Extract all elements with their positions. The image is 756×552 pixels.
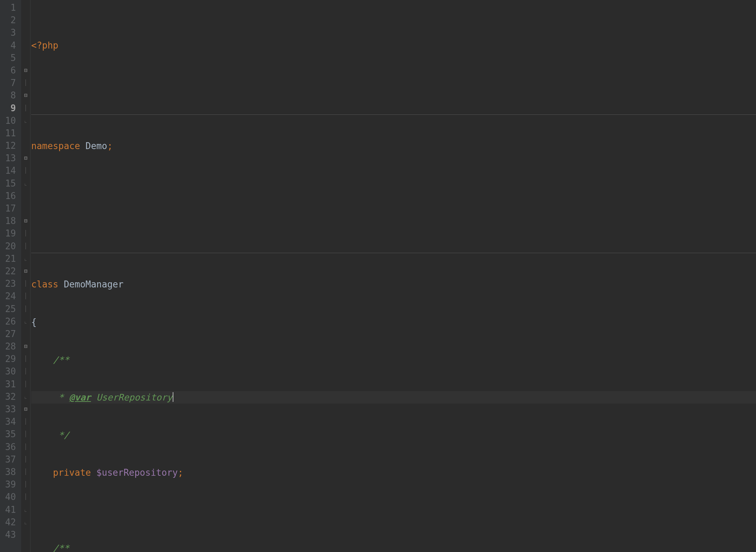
line-number[interactable]: 37 xyxy=(0,453,16,466)
fold-guide-icon: │ xyxy=(24,441,27,453)
code-line[interactable]: private $userRepository; xyxy=(31,466,756,479)
fold-guide-icon: │ xyxy=(24,378,27,390)
text-caret xyxy=(173,392,173,402)
fold-guide-icon: │ xyxy=(24,164,27,177)
line-number[interactable]: 12 xyxy=(0,139,16,152)
line-number[interactable]: 43 xyxy=(0,528,16,541)
line-number[interactable]: 39 xyxy=(0,478,16,491)
fold-guide-icon: │ xyxy=(24,478,27,491)
line-number[interactable]: 17 xyxy=(0,202,16,215)
line-number[interactable]: 7 xyxy=(0,77,16,89)
code-line[interactable] xyxy=(31,178,756,190)
line-number[interactable]: 1 xyxy=(0,1,16,14)
line-number[interactable]: 3 xyxy=(0,26,16,39)
line-number[interactable]: 41 xyxy=(0,503,16,516)
line-number[interactable]: 18 xyxy=(0,215,16,227)
fold-guide-icon: │ xyxy=(24,240,27,252)
line-number[interactable]: 32 xyxy=(0,390,16,403)
line-number[interactable]: 35 xyxy=(0,428,16,440)
line-number[interactable]: 29 xyxy=(0,353,16,365)
editor-viewport[interactable]: <?php namespace Demo; class DemoManager … xyxy=(31,0,756,552)
code-line[interactable]: class DemoManager xyxy=(31,278,756,291)
fold-guide-icon: │ xyxy=(24,491,27,503)
code-line[interactable]: /** xyxy=(31,354,756,366)
method-separator xyxy=(31,114,756,115)
line-number[interactable]: 36 xyxy=(0,441,16,453)
fold-end-icon: ⌞ xyxy=(24,516,27,528)
line-number[interactable]: 20 xyxy=(0,240,16,252)
line-number-gutter[interactable]: 1234567891011121314151617181920212223242… xyxy=(0,0,21,552)
fold-guide-icon: │ xyxy=(24,428,27,440)
fold-toggle-icon[interactable]: ⊟ xyxy=(24,403,27,415)
fold-gutter[interactable]: ⊟│⊟│⌞⊟│⌞⊟││⌞⊟│││⌞⊟│││⌞⊟│││││││⌞⌞ xyxy=(21,0,31,552)
code-editor: 1234567891011121314151617181920212223242… xyxy=(0,0,756,552)
line-number[interactable]: 5 xyxy=(0,52,16,64)
fold-toggle-icon[interactable]: ⊟ xyxy=(24,215,27,227)
line-number[interactable]: 4 xyxy=(0,39,16,52)
line-number[interactable]: 21 xyxy=(0,252,16,265)
code-line[interactable]: */ xyxy=(31,429,756,441)
fold-guide-icon: │ xyxy=(24,466,27,478)
line-number[interactable]: 14 xyxy=(0,164,16,177)
line-number[interactable]: 9 xyxy=(0,102,16,114)
line-number[interactable]: 26 xyxy=(0,315,16,328)
fold-toggle-icon[interactable]: ⊟ xyxy=(24,340,27,353)
fold-end-icon: ⌞ xyxy=(24,390,27,403)
fold-end-icon: ⌞ xyxy=(24,114,27,127)
fold-guide-icon: │ xyxy=(24,415,27,428)
line-number[interactable]: 16 xyxy=(0,190,16,202)
fold-guide-icon: │ xyxy=(24,453,27,466)
fold-end-icon: ⌞ xyxy=(24,503,27,516)
line-number[interactable]: 2 xyxy=(0,14,16,26)
fold-guide-icon: │ xyxy=(24,77,27,89)
line-number[interactable]: 27 xyxy=(0,328,16,340)
line-number[interactable]: 24 xyxy=(0,290,16,302)
php-open-tag: <?php xyxy=(31,40,58,51)
line-number[interactable]: 28 xyxy=(0,340,16,353)
fold-guide-icon: │ xyxy=(24,227,27,240)
fold-toggle-icon[interactable]: ⊟ xyxy=(24,89,27,102)
line-number[interactable]: 15 xyxy=(0,177,16,190)
line-number[interactable]: 34 xyxy=(0,415,16,428)
line-number[interactable]: 33 xyxy=(0,403,16,415)
line-number[interactable]: 30 xyxy=(0,365,16,378)
code-line[interactable]: namespace Demo; xyxy=(31,140,756,152)
line-number[interactable]: 8 xyxy=(0,89,16,102)
line-number[interactable]: 11 xyxy=(0,127,16,139)
line-number[interactable]: 31 xyxy=(0,378,16,390)
method-separator xyxy=(31,253,756,253)
line-number[interactable]: 10 xyxy=(0,114,16,127)
fold-end-icon: ⌞ xyxy=(24,315,27,328)
code-line[interactable]: /** xyxy=(31,542,756,552)
line-number[interactable]: 13 xyxy=(0,152,16,164)
line-number[interactable]: 22 xyxy=(0,265,16,277)
fold-guide-icon: │ xyxy=(24,102,27,114)
code-line[interactable]: <?php xyxy=(31,39,756,52)
fold-guide-icon: │ xyxy=(24,290,27,302)
code-line[interactable] xyxy=(31,215,756,227)
code-line-current[interactable]: * @var UserRepository xyxy=(31,391,756,404)
fold-toggle-icon[interactable]: ⊟ xyxy=(24,64,27,77)
line-number[interactable]: 40 xyxy=(0,491,16,503)
line-number[interactable]: 23 xyxy=(0,277,16,290)
code-line[interactable]: { xyxy=(31,316,756,328)
line-number[interactable]: 42 xyxy=(0,516,16,528)
line-number[interactable]: 38 xyxy=(0,466,16,478)
fold-toggle-icon[interactable]: ⊟ xyxy=(24,265,27,277)
fold-guide-icon: │ xyxy=(24,353,27,365)
fold-end-icon: ⌞ xyxy=(24,177,27,190)
code-line[interactable] xyxy=(31,77,756,89)
fold-toggle-icon[interactable]: ⊟ xyxy=(24,152,27,164)
fold-guide-icon: │ xyxy=(24,365,27,378)
line-number[interactable]: 6 xyxy=(0,64,16,77)
code-line[interactable] xyxy=(31,504,756,517)
fold-end-icon: ⌞ xyxy=(24,252,27,265)
fold-guide-icon: │ xyxy=(24,277,27,290)
fold-guide-icon: │ xyxy=(24,303,27,315)
line-number[interactable]: 19 xyxy=(0,227,16,240)
line-number[interactable]: 25 xyxy=(0,303,16,315)
